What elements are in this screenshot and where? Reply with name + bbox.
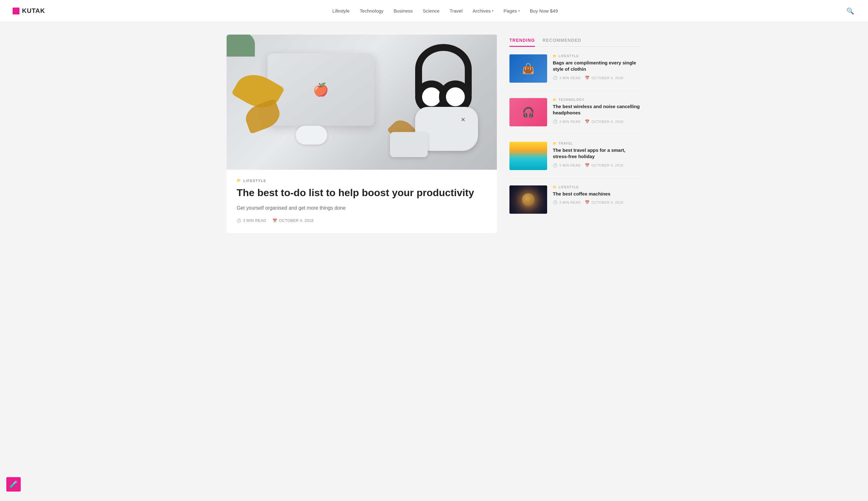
sidebar-title-2[interactable]: The best wireless and noise cancelling h… bbox=[553, 104, 641, 116]
sidebar-thumb-1: 👜 bbox=[510, 54, 547, 83]
sidebar-date-1: 📅 OCTOBER 4, 2018 bbox=[585, 76, 623, 80]
sidebar-category-3: 📁 TRAVEL bbox=[553, 142, 641, 145]
main-nav: Lifestyle Technology Business Science Tr… bbox=[332, 8, 558, 13]
featured-title[interactable]: The best to-do list to help boost your p… bbox=[237, 186, 487, 199]
nav-item-science[interactable]: Science bbox=[423, 8, 439, 13]
sidebar-read-time-2: 🕐 3 MIN READ bbox=[553, 119, 580, 124]
folder-icon: 📁 bbox=[237, 179, 242, 183]
sidebar-info-4: 📁 LIFESTYLE The best coffee machines 🕐 3… bbox=[553, 185, 641, 214]
sidebar-read-time-3: 🕐 3 MIN READ bbox=[553, 163, 580, 168]
featured-excerpt: Get yourself organised and get more thin… bbox=[237, 204, 487, 212]
sidebar-title-1[interactable]: Bags are complimenting every single styl… bbox=[553, 60, 641, 73]
decorative-phone bbox=[390, 132, 428, 157]
thumb-coffee-image bbox=[510, 185, 547, 214]
sidebar-meta-2: 🕐 3 MIN READ 📅 OCTOBER 4, 2018 bbox=[553, 119, 641, 124]
sidebar-thumb-3 bbox=[510, 142, 547, 170]
featured-image-bg bbox=[227, 34, 497, 170]
folder-icon: 📁 bbox=[553, 98, 557, 102]
nav-item-business[interactable]: Business bbox=[394, 8, 412, 13]
sidebar-info-1: 📁 LIFESTYLE Bags are complimenting every… bbox=[553, 54, 641, 83]
calendar-icon: 📅 bbox=[585, 119, 590, 124]
sidebar-read-time-1: 🕐 3 MIN READ bbox=[553, 76, 580, 80]
sidebar-article-2: 🎧 📁 TECHNOLOGY The best wireless and noi… bbox=[510, 98, 641, 134]
clock-icon: 🕐 bbox=[553, 200, 558, 205]
sidebar-meta-3: 🕐 3 MIN READ 📅 OCTOBER 4, 2018 bbox=[553, 163, 641, 168]
clock-icon: 🕐 bbox=[237, 218, 242, 223]
folder-icon: 📁 bbox=[553, 54, 557, 58]
nav-item-technology[interactable]: Technology bbox=[360, 8, 383, 13]
tab-recommended[interactable]: RECOMMENDED bbox=[543, 34, 581, 47]
featured-image bbox=[227, 34, 497, 170]
site-name: KUTAK bbox=[22, 7, 45, 14]
sidebar-title-3[interactable]: The best travel apps for a smart, stress… bbox=[553, 147, 641, 160]
calendar-icon: 📅 bbox=[585, 200, 590, 205]
thumb-bags-image: 👜 bbox=[510, 54, 547, 83]
calendar-icon: 📅 bbox=[585, 76, 590, 80]
chevron-down-icon: ▾ bbox=[518, 9, 520, 13]
sidebar-category-1: 📁 LIFESTYLE bbox=[553, 54, 641, 58]
search-button[interactable]: 🔍 bbox=[845, 6, 855, 16]
calendar-icon: 📅 bbox=[272, 218, 278, 223]
page-container: 📁 LIFESTYLE The best to-do list to help … bbox=[214, 22, 654, 245]
site-logo[interactable]: KUTAK bbox=[13, 7, 45, 14]
header: KUTAK Lifestyle Technology Business Scie… bbox=[0, 0, 868, 22]
chevron-down-icon: ▾ bbox=[492, 9, 493, 13]
sidebar-thumb-2: 🎧 bbox=[510, 98, 547, 126]
nav-item-buy-now[interactable]: Buy Now $49 bbox=[530, 8, 558, 13]
decorative-headphones bbox=[415, 44, 472, 94]
sidebar-tabs: TRENDING RECOMMENDED bbox=[510, 34, 641, 47]
calendar-icon: 📅 bbox=[585, 163, 590, 168]
sidebar-date-2: 📅 OCTOBER 4, 2018 bbox=[585, 119, 623, 124]
sidebar-category-2: 📁 TECHNOLOGY bbox=[553, 98, 641, 102]
featured-category: 📁 LIFESTYLE bbox=[237, 179, 487, 183]
nav-item-lifestyle[interactable]: Lifestyle bbox=[332, 8, 350, 13]
featured-content: 📁 LIFESTYLE The best to-do list to help … bbox=[227, 170, 497, 233]
thumb-headphones-image: 🎧 bbox=[510, 98, 547, 126]
featured-read-time: 🕐 3 MIN READ bbox=[237, 218, 266, 223]
sidebar: TRENDING RECOMMENDED 👜 📁 LIFESTYLE Bags … bbox=[510, 34, 641, 233]
sidebar-article-1: 👜 📁 LIFESTYLE Bags are complimenting eve… bbox=[510, 54, 641, 90]
sidebar-title-4[interactable]: The best coffee machines bbox=[553, 191, 641, 197]
decorative-plant bbox=[227, 34, 255, 56]
sidebar-date-3: 📅 OCTOBER 4, 2018 bbox=[585, 163, 623, 168]
thumb-travel-image bbox=[510, 142, 547, 170]
clock-icon: 🕐 bbox=[553, 119, 558, 124]
sidebar-article-3: 📁 TRAVEL The best travel apps for a smar… bbox=[510, 142, 641, 178]
tab-trending[interactable]: TRENDING bbox=[510, 34, 535, 47]
sidebar-read-time-4: 🕐 3 MIN READ bbox=[553, 200, 580, 205]
nav-item-travel[interactable]: Travel bbox=[450, 8, 463, 13]
sidebar-meta-1: 🕐 3 MIN READ 📅 OCTOBER 4, 2018 bbox=[553, 76, 641, 80]
sidebar-thumb-4 bbox=[510, 185, 547, 214]
sidebar-info-2: 📁 TECHNOLOGY The best wireless and noise… bbox=[553, 98, 641, 126]
sidebar-meta-4: 🕐 3 MIN READ 📅 OCTOBER 4, 2018 bbox=[553, 200, 641, 205]
sidebar-article-4: 📁 LIFESTYLE The best coffee machines 🕐 3… bbox=[510, 185, 641, 221]
clock-icon: 🕐 bbox=[553, 163, 558, 168]
nav-item-archives[interactable]: Archives ▾ bbox=[473, 8, 494, 13]
main-content: 📁 LIFESTYLE The best to-do list to help … bbox=[227, 34, 497, 233]
featured-meta: 🕐 3 MIN READ 📅 OCTOBER 4, 2018 bbox=[237, 218, 487, 223]
logo-square bbox=[13, 8, 20, 14]
folder-icon: 📁 bbox=[553, 185, 557, 189]
sidebar-category-4: 📁 LIFESTYLE bbox=[553, 185, 641, 189]
folder-icon: 📁 bbox=[553, 142, 557, 145]
sidebar-date-4: 📅 OCTOBER 4, 2018 bbox=[585, 200, 623, 205]
featured-article: 📁 LIFESTYLE The best to-do list to help … bbox=[227, 34, 497, 233]
nav-item-pages[interactable]: Pages ▾ bbox=[503, 8, 520, 13]
featured-date: 📅 OCTOBER 4, 2018 bbox=[272, 218, 314, 223]
clock-icon: 🕐 bbox=[553, 76, 558, 80]
search-icon: 🔍 bbox=[846, 8, 854, 14]
decorative-airpods bbox=[296, 126, 327, 145]
sidebar-info-3: 📁 TRAVEL The best travel apps for a smar… bbox=[553, 142, 641, 170]
